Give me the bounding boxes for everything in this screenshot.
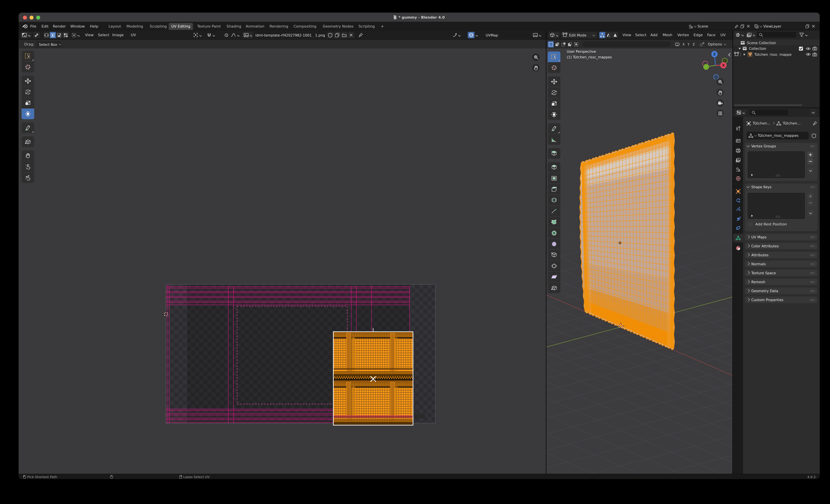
uv-menu-select[interactable]: Select bbox=[98, 31, 109, 39]
properties-tab-scene[interactable] bbox=[733, 165, 743, 174]
uv-select-mode-vertex[interactable] bbox=[43, 32, 50, 38]
viewport-menu-mesh[interactable]: Mesh bbox=[663, 31, 672, 39]
workspace-tab-modeling[interactable]: Modeling bbox=[124, 23, 146, 30]
new-view-layer-button[interactable] bbox=[805, 24, 809, 28]
mirror-z-toggle[interactable]: Z bbox=[691, 42, 696, 47]
list-expand-icon[interactable] bbox=[750, 173, 754, 177]
vertex-group-specials-dropdown[interactable] bbox=[807, 168, 813, 174]
properties-options-dropdown[interactable] bbox=[810, 109, 817, 116]
panel-texture-space[interactable]: Texture Space bbox=[745, 270, 818, 276]
outliner-row-object[interactable]: Tütchen_rissc_mappe bbox=[733, 52, 820, 57]
properties-tab-modifiers[interactable] bbox=[733, 196, 743, 205]
panel-normals[interactable]: Normals bbox=[745, 261, 818, 267]
panel-grip[interactable] bbox=[810, 299, 815, 301]
uv-map-field[interactable]: UVMap bbox=[483, 32, 529, 38]
panel-geometry-data[interactable]: Geometry Data bbox=[745, 287, 818, 294]
tool-select-difference[interactable] bbox=[567, 41, 573, 48]
workspace-tab-rendering[interactable]: Rendering bbox=[267, 23, 291, 30]
viewport-menu-view[interactable]: View bbox=[622, 31, 631, 39]
menu-help[interactable]: Help bbox=[90, 22, 98, 31]
add-workspace-button[interactable]: + bbox=[378, 23, 386, 30]
uv-menu-view[interactable]: View bbox=[85, 31, 94, 39]
workspace-tab-scripting[interactable]: Scripting bbox=[356, 23, 378, 30]
tool-extrude[interactable] bbox=[548, 162, 561, 172]
uv-image-new-button[interactable] bbox=[334, 32, 340, 38]
mesh-fake-user-toggle[interactable] bbox=[810, 132, 818, 139]
uv-gizmos-dropdown[interactable] bbox=[451, 32, 461, 38]
uv-pivot-dropdown[interactable] bbox=[193, 32, 202, 38]
pin-id-icon[interactable] bbox=[813, 121, 817, 126]
panel-grip[interactable] bbox=[810, 281, 815, 283]
scene-selector[interactable]: Scene bbox=[687, 23, 752, 29]
workspace-tab-compositing[interactable]: Compositing bbox=[291, 23, 319, 30]
properties-tab-output[interactable] bbox=[733, 147, 743, 155]
tool-loop-cut[interactable] bbox=[548, 195, 561, 206]
menu-file[interactable]: File bbox=[30, 22, 36, 31]
viewport-ortho-toggle-button[interactable] bbox=[716, 109, 724, 117]
list-resize-grip[interactable] bbox=[775, 174, 780, 176]
navigation-gizmo[interactable]: Z X bbox=[701, 51, 729, 80]
uv-pan-button[interactable] bbox=[532, 64, 540, 71]
tool-pinch[interactable] bbox=[22, 172, 34, 183]
properties-editor-type-dropdown[interactable] bbox=[735, 109, 746, 116]
tool-inset[interactable] bbox=[548, 173, 561, 184]
panel-grip[interactable] bbox=[810, 186, 815, 188]
uv-overlays-dropdown[interactable] bbox=[468, 32, 478, 38]
disable-render-camera-icon[interactable] bbox=[812, 52, 817, 56]
tool-select-box[interactable] bbox=[22, 51, 34, 61]
uv-editor-type-dropdown[interactable] bbox=[21, 32, 32, 38]
uv-image-pin-toggle[interactable] bbox=[357, 32, 364, 38]
tool-rip-region[interactable] bbox=[548, 283, 561, 293]
viewport-canvas[interactable] bbox=[546, 49, 732, 474]
tool-transform[interactable] bbox=[548, 109, 561, 120]
outliner-row-collection[interactable]: Collection bbox=[733, 46, 820, 51]
tool-select-box[interactable] bbox=[548, 52, 561, 62]
mesh-select-mode-vertex[interactable] bbox=[599, 32, 606, 38]
tool-scale[interactable] bbox=[22, 98, 34, 108]
panel-attributes[interactable]: Attributes bbox=[745, 252, 818, 258]
menu-edit[interactable]: Edit bbox=[41, 22, 49, 31]
tool-grab[interactable] bbox=[22, 150, 34, 161]
tool-relax[interactable] bbox=[22, 161, 34, 172]
shape-keys-list[interactable] bbox=[748, 193, 805, 219]
uv-image-unlink-button[interactable] bbox=[348, 32, 354, 38]
panel-remesh[interactable]: Remesh bbox=[745, 279, 818, 285]
panel-grip[interactable] bbox=[810, 254, 815, 256]
tool-knife[interactable] bbox=[548, 206, 561, 217]
uv-canvas[interactable] bbox=[19, 49, 546, 474]
shape-key-specials-dropdown[interactable] bbox=[807, 210, 813, 216]
panel-header-shape-keys[interactable]: Shape Keys bbox=[745, 184, 818, 190]
tool-poly-build[interactable] bbox=[548, 217, 561, 227]
tool-cursor[interactable] bbox=[22, 62, 34, 72]
vertex-group-add-button[interactable] bbox=[807, 152, 813, 158]
panel-color-attributes[interactable]: Color Attributes bbox=[745, 243, 818, 249]
sidebar-collapse-arrow[interactable] bbox=[728, 53, 731, 57]
drag-mode-dropdown[interactable]: Select Box bbox=[36, 41, 61, 48]
new-scene-button[interactable] bbox=[740, 24, 744, 28]
tool-smooth[interactable] bbox=[548, 239, 561, 249]
properties-tab-constraints[interactable] bbox=[733, 223, 743, 232]
tool-annotate[interactable] bbox=[22, 123, 34, 133]
uv-menu-uv[interactable]: UV bbox=[131, 31, 136, 39]
shape-key-remove-button[interactable] bbox=[807, 200, 813, 206]
properties-search-field[interactable] bbox=[749, 109, 788, 115]
viewport-zoom-button[interactable] bbox=[716, 78, 724, 85]
tool-select-intersect[interactable] bbox=[573, 41, 579, 48]
workspace-tab-uv-editing[interactable]: UV Editing bbox=[169, 23, 193, 30]
outliner-row-scene-collection[interactable]: Scene Collection bbox=[733, 40, 820, 45]
expand-caret-icon[interactable] bbox=[738, 47, 741, 50]
viewport-pan-button[interactable] bbox=[716, 89, 724, 96]
workspace-tab-geometry-nodes[interactable]: Geometry Nodes bbox=[320, 23, 356, 30]
viewport-mode-dropdown[interactable]: Edit Mode bbox=[561, 32, 597, 38]
list-resize-grip[interactable] bbox=[775, 216, 780, 218]
viewport-menu-vertex[interactable]: Vertex bbox=[677, 31, 689, 39]
workspace-tab-animation[interactable]: Animation bbox=[243, 23, 267, 30]
outliner-display-mode-dropdown[interactable] bbox=[734, 32, 744, 38]
tool-move[interactable] bbox=[22, 76, 34, 86]
mesh-name-field[interactable]: Tütchen_rissc_mappes bbox=[747, 132, 809, 139]
panel-grip[interactable] bbox=[810, 263, 815, 265]
properties-tab-particles[interactable] bbox=[733, 204, 743, 213]
tool-prompt-field[interactable] bbox=[582, 41, 671, 47]
properties-tab-world[interactable] bbox=[733, 174, 743, 183]
tool-scale[interactable] bbox=[548, 98, 561, 109]
